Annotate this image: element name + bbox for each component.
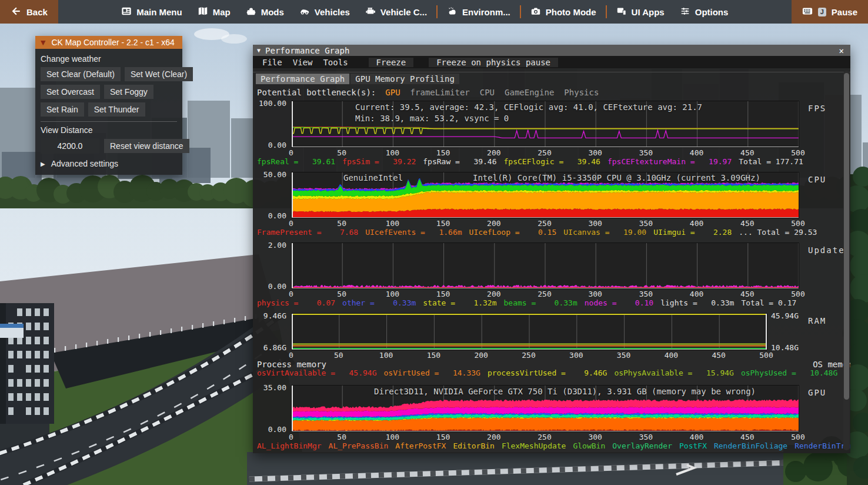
x-tick: 450 (740, 148, 754, 157)
menu-item-photo-mode[interactable]: Photo Mode (523, 0, 604, 24)
ck-window-titlebar[interactable]: ▼ CK Map Controller - 2.2 - c1 - x64 (35, 36, 182, 49)
ram-chart: 9.46G6.86G45.94G10.48GRAM050100150200250… (291, 313, 850, 378)
menu-item-environm[interactable]: Environm... (439, 0, 518, 24)
toggle-freeze-on-physics-pause[interactable]: Freeze on physics pause (429, 58, 558, 67)
menu-divider (436, 5, 438, 18)
car-icon (299, 6, 310, 18)
toggle-freeze[interactable]: Freeze (369, 58, 414, 67)
x-tick: 50 (337, 290, 346, 298)
sliders-icon (680, 6, 690, 18)
advanced-settings-toggle[interactable]: ▶ Advanced settings (41, 154, 177, 170)
perf-tabs: Performance GraphGPU Memory Profiling (253, 72, 850, 84)
menu-item-main-menu[interactable]: Main Menu (113, 0, 190, 24)
view-distance-input[interactable] (41, 138, 99, 154)
stat-value: processVirtUsed = 9.46G (488, 368, 607, 377)
scrollbar-thumb[interactable] (844, 73, 849, 400)
x-tick: 50 (334, 351, 343, 360)
weather-icon (447, 6, 458, 18)
hotkey-j-badge: J (818, 8, 826, 16)
menu-item-vehicle-c[interactable]: Vehicle C... (358, 0, 435, 24)
menu-item-vehicles[interactable]: Vehicles (292, 0, 358, 24)
x-tick: 350 (617, 351, 630, 360)
set-wet-clear-button[interactable]: Set Wet (Clear) (125, 67, 193, 81)
menu-item-map[interactable]: Map (190, 0, 238, 24)
ram-axis-label: 6.86G (263, 343, 286, 352)
stat-value: physics = 0.07 (257, 298, 335, 307)
stat-value: fpsCEFlogic = 39.46 (504, 157, 600, 166)
tab-gpu-memory-profiling[interactable]: GPU Memory Profiling (350, 74, 459, 84)
x-tick: 0 (289, 351, 293, 360)
x-tick: 350 (639, 219, 653, 228)
bottleneck-physics: Physics (564, 88, 599, 97)
stat-value: fpsSim = 39.22 (342, 157, 416, 166)
performance-graph-window: ▼ Performance Graph ✕ FileViewToolsFreez… (253, 45, 850, 453)
gpu-axis-label: 35.00 (263, 383, 286, 392)
x-tick: 0 (289, 433, 293, 441)
x-tick: 350 (639, 148, 653, 157)
reset-view-distance-button[interactable]: Reset view distance (104, 139, 189, 153)
menu-file[interactable]: File (257, 58, 288, 67)
menu-item-label: Vehicles (315, 7, 350, 17)
menu-item-options[interactable]: Options (672, 0, 736, 24)
menu-item-label: UI Apps (632, 7, 665, 17)
view-distance-label: View Distance (41, 125, 177, 135)
cpu-axis-label: 0.00 (268, 211, 286, 220)
collapse-triangle-icon[interactable]: ▼ (257, 47, 261, 54)
stat-value: osVirtUsed = 14.33G (384, 368, 480, 377)
close-icon[interactable]: ✕ (837, 46, 846, 55)
apps-icon (616, 6, 627, 18)
advanced-settings-label: Advanced settings (51, 159, 118, 168)
update-stats-row: physics = 0.07other = 0.33mstate = 1.32m… (257, 298, 850, 308)
menu-item-label: Environm... (462, 7, 510, 17)
x-tick: 200 (474, 351, 488, 360)
main-menu-icon (121, 6, 132, 18)
set-clear-default-button[interactable]: Set Clear (Default) (41, 67, 121, 81)
set-rain-button[interactable]: Set Rain (41, 102, 84, 117)
x-tick: 100 (386, 148, 399, 157)
x-tick: 450 (740, 219, 754, 228)
bottleneck-framelimiter: frameLimiter (410, 88, 470, 97)
back-button[interactable]: Back (0, 0, 58, 24)
menu-view[interactable]: View (288, 58, 318, 67)
stat-value: state = 1.32m (423, 298, 496, 307)
update-axis-label: 2.00 (268, 241, 286, 250)
x-tick: 150 (436, 433, 450, 441)
stat-value: beams = 0.33m (504, 298, 577, 307)
pause-button[interactable]: J Pause (792, 0, 868, 24)
stat-value: AL_PrePassBin (329, 441, 389, 450)
weather-buttons: Set Clear (Default)Set Wet (Clear)Set Ov… (41, 67, 177, 117)
collapse-triangle-icon[interactable]: ▼ (41, 39, 45, 46)
stat-value: OverlayRender (612, 441, 672, 450)
x-tick: 150 (436, 148, 450, 157)
x-tick: 250 (538, 290, 551, 298)
set-overcast-button[interactable]: Set Overcast (41, 85, 100, 99)
x-tick: 400 (690, 148, 703, 157)
x-tick: 300 (588, 433, 602, 441)
scrollbar[interactable] (843, 71, 850, 450)
bottleneck-gameengine: GameEngine (505, 88, 554, 97)
set-thunder-button[interactable]: Set Thunder (88, 102, 145, 117)
perf-window-titlebar[interactable]: ▼ Performance Graph ✕ (253, 45, 850, 56)
top-menu-items: Main MenuMapModsVehiclesVehicle C...Envi… (58, 0, 792, 24)
x-tick: 100 (386, 433, 399, 441)
gpu-plot: Direct3D11, NVIDIA GeForce GTX 750 Ti (D… (291, 385, 799, 432)
stat-value: AfterPostFX (395, 441, 446, 450)
fps-side-label: FPS (808, 104, 826, 113)
x-tick: 250 (538, 433, 551, 441)
stat-value: Total = 177.71 (739, 157, 803, 166)
stat-value: fpsCEFtextureMain = 19.97 (607, 157, 732, 166)
tab-performance-graph[interactable]: Performance Graph (256, 74, 349, 84)
menu-item-ui-apps[interactable]: UI Apps (609, 0, 672, 24)
x-tick: 400 (690, 219, 703, 228)
weather-button-row: Set OvercastSet Foggy (41, 85, 177, 99)
cpu-chart: GenuineIntelIntel(R) Core(TM) i5-3350P C… (291, 172, 850, 238)
menu-item-mods[interactable]: Mods (238, 0, 292, 24)
set-foggy-button[interactable]: Set Foggy (104, 85, 153, 99)
stat-value: ... Total = 29.53 (739, 228, 817, 237)
update-side-label: Update (808, 245, 845, 255)
stat-value: FramePresent = 7.68 (257, 228, 358, 237)
menu-tools[interactable]: Tools (318, 58, 353, 67)
stat-value: PostFX (679, 441, 707, 450)
menu-item-label: Options (695, 7, 729, 17)
expand-triangle-icon: ▶ (41, 161, 45, 167)
